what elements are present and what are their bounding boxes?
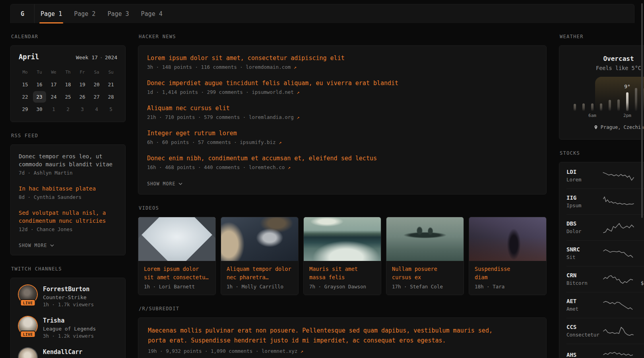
rss-item-link[interactable]: Sed volutpat nulla nisl, a condimentum n… xyxy=(19,209,117,225)
calendar-day-number: 24 xyxy=(47,91,60,103)
twitch-channel-name[interactable]: Trisha xyxy=(43,317,96,325)
video-card[interactable]: Mauris sit amet massa felis 7h · Grayson… xyxy=(303,217,381,295)
hackernews-item: Aliquam nec cursus elit 21h · 710 points… xyxy=(147,104,537,121)
rss-widget: Donec tempor eros leo, ut commodo mauris… xyxy=(10,144,126,255)
dashboard-page: G Page 1 Page 2 Page 3 Page 4 xyxy=(0,0,644,358)
subreddit-section-title: /R/SUBREDDIT xyxy=(139,306,547,311)
stock-sparkline xyxy=(602,222,635,233)
stocks-section-title: STOCKS xyxy=(560,150,644,156)
chevron-down-icon xyxy=(178,183,182,185)
external-link-icon[interactable]: ↗ xyxy=(297,90,299,95)
stock-symbol: IIG xyxy=(566,194,602,201)
calendar-day: 18 xyxy=(61,78,75,91)
hackernews-show-more-button[interactable]: SHOW MORE xyxy=(147,181,182,187)
hackernews-item-domain-link[interactable]: loremtech.co xyxy=(249,164,285,170)
stock-row[interactable]: SNRC Sit +1.36% $148.64 xyxy=(566,240,644,266)
video-title-link[interactable]: Aliquam tempor dolor nec pharetra… xyxy=(227,265,293,282)
twitch-channel-row[interactable]: LIVE ForrestBurton Counter-Strike 1h · 1… xyxy=(19,285,117,308)
twitch-channel-name[interactable]: ForrestBurton xyxy=(43,285,94,293)
video-card[interactable]: Nullam posuere cursus ex 17h · Stefan Co… xyxy=(386,217,464,295)
hackernews-item-link[interactable]: Donec imperdiet augue tincidunt felis al… xyxy=(147,79,537,88)
rss-item-link[interactable]: Donec tempor eros leo, ut commodo mauris… xyxy=(19,152,117,168)
weather-bar xyxy=(626,92,628,111)
stock-row[interactable]: AET Amet +0.92% $499.72 xyxy=(566,292,644,318)
weather-feels-like: Feels like 5°C xyxy=(567,65,644,71)
hackernews-item-link[interactable]: Donec enim nibh, condimentum et accumsan… xyxy=(147,154,537,163)
hackernews-item-meta: 21h · 710 points · 579 comments · loreml… xyxy=(147,114,537,121)
video-title-link[interactable]: Nullam posuere cursus ex xyxy=(392,265,458,282)
video-thumbnail[interactable] xyxy=(138,217,215,261)
nav-page-tab[interactable]: Page 2 xyxy=(68,4,101,23)
video-thumbnail[interactable] xyxy=(469,217,546,261)
hackernews-item-meta: 6h · 60 points · 57 comments · ipsumify.… xyxy=(147,139,537,146)
external-link-icon[interactable]: ↗ xyxy=(301,348,303,354)
external-link-icon[interactable]: ↗ xyxy=(288,165,291,170)
twitch-channel-row[interactable]: KendallCarr xyxy=(19,348,117,358)
twitch-channel-game: Counter-Strike xyxy=(43,294,94,301)
external-link-icon[interactable]: ↗ xyxy=(297,115,299,120)
stock-row[interactable]: CCS Consectetur +0.51% $165.84 xyxy=(566,318,644,344)
external-link-icon[interactable]: ↗ xyxy=(294,64,297,70)
stock-row[interactable]: LDI Lorem +4.35% $795.18 xyxy=(566,163,644,189)
weather-hour-slot xyxy=(632,79,640,111)
video-card-body: Lorem ipsum dolor sit amet consectetu… 1… xyxy=(138,261,215,295)
hackernews-item-domain-link[interactable]: loremlandia.org xyxy=(249,114,294,120)
video-thumbnail[interactable] xyxy=(304,217,381,261)
video-card-body: Suspendisse diam 18h · Tara xyxy=(469,261,546,295)
hackernews-item-link[interactable]: Aliquam nec cursus elit xyxy=(147,104,537,113)
stock-row[interactable]: DBS Dolor +1.42% $156.28 xyxy=(566,214,644,240)
hackernews-item-domain-link[interactable]: ipsumworld.net xyxy=(252,89,293,95)
rss-section-title: RSS FEED xyxy=(11,133,126,138)
video-card[interactable]: Aliquam tempor dolor nec pharetra… 1h · … xyxy=(221,217,299,295)
nav-page-tab[interactable]: Page 1 xyxy=(35,4,68,23)
weather-hour-label: 2pm xyxy=(623,113,631,118)
video-meta: 7h · Grayson Dawson xyxy=(309,284,375,290)
subreddit-post-domain-link[interactable]: loremnet.xyz xyxy=(262,348,297,354)
page-tabs: Page 1 Page 2 Page 3 Page 4 xyxy=(35,4,169,23)
hackernews-item-link[interactable]: Lorem ipsum dolor sit amet, consectetur … xyxy=(147,54,537,62)
weather-bar xyxy=(582,103,585,111)
nav-page-tab[interactable]: Page 4 xyxy=(135,4,169,23)
video-card[interactable]: Suspendisse diam 18h · Tara xyxy=(469,217,547,295)
stock-symbol: CRN xyxy=(566,272,602,279)
scrollbar-thumb[interactable] xyxy=(641,3,643,218)
nav-page-tab[interactable]: Page 3 xyxy=(101,4,135,23)
hackernews-item-link[interactable]: Integer eget rutrum lorem xyxy=(147,129,537,138)
external-link-icon[interactable]: ↗ xyxy=(279,140,281,145)
calendar-day-number: 1 xyxy=(47,103,60,115)
hackernews-item-domain-link[interactable]: loremdomain.com xyxy=(246,64,291,70)
weather-bar xyxy=(617,99,620,111)
video-thumbnail[interactable] xyxy=(221,217,298,261)
rss-item-meta: 8d · Cynthia Saunders xyxy=(19,194,117,200)
video-title-link[interactable]: Mauris sit amet massa felis xyxy=(309,265,375,282)
twitch-channel-info: KendallCarr xyxy=(43,348,82,358)
scrollbar xyxy=(640,0,644,358)
weather-location-label: Prague, Czechia xyxy=(601,125,644,130)
rss-show-more-button[interactable]: SHOW MORE xyxy=(19,243,54,248)
top-nav: G Page 1 Page 2 Page 3 Page 4 xyxy=(10,4,634,23)
weather-bar xyxy=(591,103,594,111)
avatar[interactable] xyxy=(19,348,37,358)
video-title-link[interactable]: Suspendisse diam xyxy=(475,265,541,282)
video-card-body: Mauris sit amet massa felis 7h · Grayson… xyxy=(304,261,381,295)
video-title-link[interactable]: Lorem ipsum dolor sit amet consectetu… xyxy=(144,265,210,282)
subreddit-post-link[interactable]: Maecenas mollis pulvinar erat non posuer… xyxy=(148,326,537,346)
calendar-day-number: 26 xyxy=(76,91,89,103)
weather-hour-slot xyxy=(614,79,623,111)
stock-row[interactable]: CRN Bitcorn -1.00% $66,171.48 xyxy=(566,266,644,292)
twitch-avatar-wrap: LIVE xyxy=(19,317,37,335)
left-column: CALENDAR April Week 17·2024 Mo Tu We xyxy=(10,34,126,358)
twitch-channel-name[interactable]: KendallCarr xyxy=(43,348,82,356)
weather-section-title: WEATHER xyxy=(560,34,644,39)
twitch-channel-row[interactable]: LIVE Trisha League of Legends 3h · 1.2k … xyxy=(19,317,117,340)
hackernews-show-more-label: SHOW MORE xyxy=(147,181,175,187)
weather-temp-label: 9° xyxy=(624,84,630,90)
stock-row[interactable]: AHS +0.46% xyxy=(566,344,644,358)
rss-item-link[interactable]: In hac habitasse platea xyxy=(19,185,117,193)
stock-name: Lorem xyxy=(566,177,602,183)
video-card[interactable]: Lorem ipsum dolor sit amet consectetu… 1… xyxy=(138,217,216,295)
app-logo[interactable]: G xyxy=(11,4,35,23)
video-thumbnail[interactable] xyxy=(386,217,464,261)
hackernews-item-domain-link[interactable]: ipsumify.biz xyxy=(240,139,275,145)
stock-row[interactable]: IIG Ipsum +2.84% $42.04 xyxy=(566,189,644,214)
